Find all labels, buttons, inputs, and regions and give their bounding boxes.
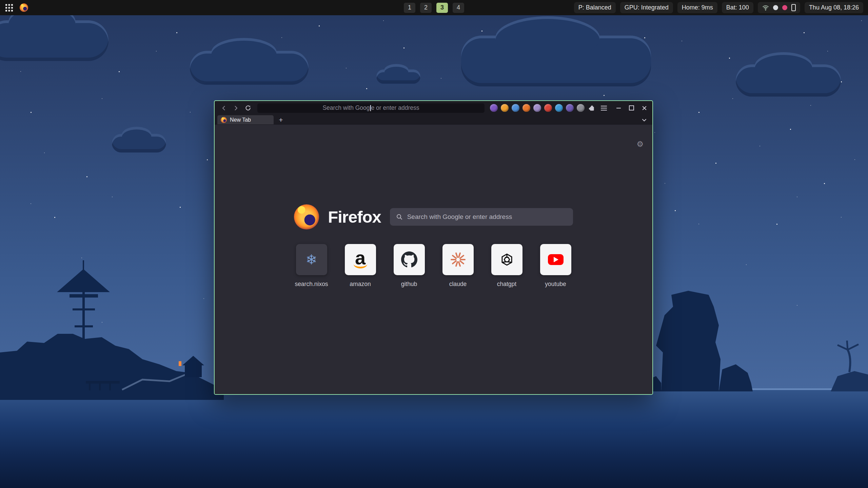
phone-icon[interactable] [791, 4, 796, 11]
nixos-tile: ❄ [296, 244, 327, 275]
shortcut-tiles: ❄ search.nixos a amazon github [215, 244, 652, 288]
reload-button[interactable] [243, 103, 253, 113]
chatgpt-tile [491, 244, 522, 275]
extension-icon[interactable] [544, 104, 552, 112]
firefox-window: New Tab + ⚙ Firefox ❄ s [214, 100, 653, 395]
indicator-icon[interactable] [773, 5, 778, 10]
amazon-tile: a [345, 244, 376, 275]
workspace-button[interactable]: 3 [436, 3, 448, 13]
minimize-button[interactable] [616, 105, 622, 111]
newtab-search-input[interactable] [407, 213, 567, 221]
tab-title: New Tab [230, 117, 251, 123]
extension-icon[interactable] [577, 104, 585, 112]
newtab-hero: Firefox [215, 204, 652, 229]
shortcut-label: chatgpt [497, 281, 516, 288]
shortcut-youtube[interactable]: youtube [540, 244, 571, 288]
firefox-logo [294, 204, 319, 229]
url-input[interactable] [261, 104, 480, 111]
menu-button[interactable] [599, 103, 609, 113]
clock[interactable]: Thu Aug 08, 18:26 [805, 2, 863, 13]
recorder-icon[interactable] [782, 5, 787, 10]
extensions-puzzle-icon[interactable] [587, 103, 597, 113]
github-tile [394, 244, 425, 275]
nixos-snowflake-icon: ❄ [306, 252, 317, 267]
firefox-favicon [221, 117, 227, 123]
workspace-button[interactable]: 4 [453, 3, 464, 13]
topbar-left [5, 3, 28, 12]
extension-icon[interactable] [512, 104, 519, 112]
claude-tile [442, 244, 474, 275]
topbar: 1 2 3 4 P: Balanced GPU: Integrated Home… [0, 0, 868, 15]
shortcut-chatgpt[interactable]: chatgpt [491, 244, 522, 288]
shortcut-amazon[interactable]: a amazon [345, 244, 376, 288]
workspace-button[interactable]: 2 [420, 3, 432, 13]
shortcut-label: github [401, 281, 417, 288]
back-button[interactable] [219, 103, 229, 113]
ping-status[interactable]: Home: 9ms [677, 2, 717, 13]
extension-icon[interactable] [555, 104, 563, 112]
claude-starburst-icon [450, 251, 466, 268]
shortcut-claude[interactable]: claude [442, 244, 474, 288]
github-icon [401, 251, 417, 268]
wifi-icon[interactable] [762, 4, 769, 11]
new-tab-page: ⚙ Firefox ❄ search.nixos a [215, 125, 652, 394]
extension-icon[interactable] [501, 104, 509, 112]
tab-strip: New Tab + [215, 115, 652, 125]
extension-icon[interactable] [522, 104, 530, 112]
app-launcher-icon[interactable] [5, 3, 14, 12]
extension-icon[interactable] [566, 104, 574, 112]
shortcut-label: search.nixos [295, 281, 328, 288]
firefox-app-icon[interactable] [20, 3, 28, 12]
extension-icons [490, 104, 585, 112]
search-icon [396, 214, 403, 220]
youtube-tile [540, 244, 571, 275]
firefox-wordmark: Firefox [328, 207, 381, 226]
tab-new-tab[interactable]: New Tab [217, 115, 274, 124]
shortcut-label: youtube [545, 281, 566, 288]
shortcut-label: claude [449, 281, 467, 288]
window-controls [616, 105, 648, 111]
extension-icon[interactable] [490, 104, 498, 112]
power-profile-status[interactable]: P: Balanced [574, 2, 616, 13]
new-tab-button[interactable]: + [276, 115, 285, 124]
text-caret [370, 105, 371, 111]
tray-icons [758, 2, 800, 13]
workspace-button[interactable]: 1 [404, 3, 415, 13]
gpu-status[interactable]: GPU: Integrated [620, 2, 673, 13]
shortcut-github[interactable]: github [394, 244, 425, 288]
hut-sign [179, 361, 181, 366]
newtab-search-bar[interactable] [390, 208, 573, 226]
shortcut-search-nixos[interactable]: ❄ search.nixos [296, 244, 327, 288]
list-tabs-chevron-icon[interactable] [642, 117, 647, 123]
topbar-status: P: Balanced GPU: Integrated Home: 9ms Ba… [574, 2, 863, 13]
watchtower-pole [82, 281, 85, 393]
url-bar[interactable] [257, 103, 485, 113]
youtube-icon [548, 254, 564, 265]
personalize-gear-icon[interactable]: ⚙ [636, 140, 644, 149]
close-button[interactable] [642, 105, 648, 111]
forward-button[interactable] [231, 103, 241, 113]
browser-toolbar [215, 101, 652, 115]
battery-status[interactable]: Bat: 100 [722, 2, 753, 13]
maximize-button[interactable] [629, 105, 635, 111]
shortcut-label: amazon [350, 281, 371, 288]
workspace-switcher: 1 2 3 4 [404, 3, 464, 13]
extension-icon[interactable] [533, 104, 541, 112]
chatgpt-icon [499, 252, 515, 267]
